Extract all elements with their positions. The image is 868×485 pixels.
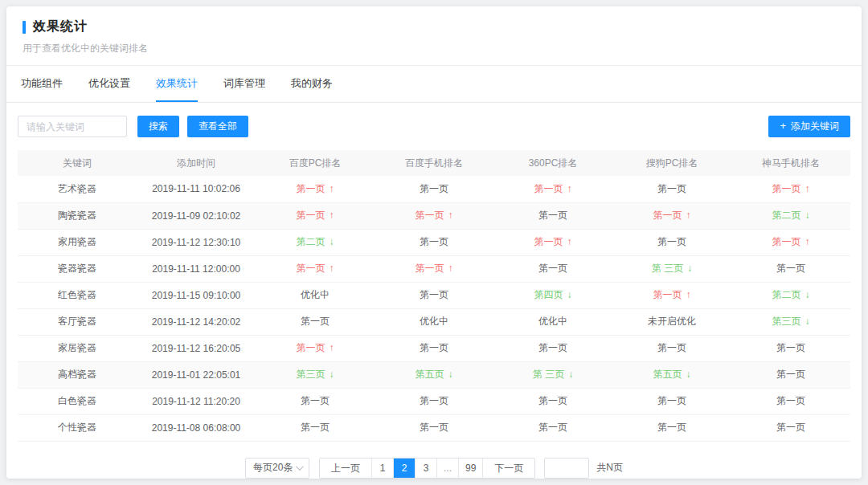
- rank-text: 第一页: [420, 395, 448, 406]
- keyword-cell: 瓷器瓷器: [18, 255, 137, 282]
- page-buttons-group: 上一页123...99下一页: [319, 458, 535, 479]
- rank-cell: 第一页: [612, 414, 731, 441]
- search-button[interactable]: 搜索: [137, 116, 179, 137]
- rank-text: 第一页: [538, 263, 567, 274]
- rank-text: 第 三页: [533, 369, 564, 380]
- table-row: 个性瓷器2019-11-08 06:08:00第一页第一页第一页第一页第一页: [18, 414, 850, 441]
- rank-text: 第一页: [420, 422, 448, 433]
- page-number-button[interactable]: 2: [393, 459, 415, 478]
- rank-cell: 第一页↑: [375, 202, 493, 229]
- rank-text: 第 三页: [652, 263, 683, 274]
- down-arrow-icon: ↓: [805, 316, 810, 327]
- rank-text: 第三页: [297, 369, 326, 380]
- table-row: 白色瓷器2019-11-12 11:20:20第一页第一页第一页第一页第一页: [18, 388, 850, 414]
- page-number-button[interactable]: 1: [371, 459, 393, 478]
- rank-cell: 第一页: [375, 282, 493, 308]
- rank-text: 第一页: [416, 210, 444, 221]
- page-size-select[interactable]: 每页20条: [245, 458, 309, 479]
- table-row: 红色瓷器2019-11-15 09:10:00优化中第一页第四页↓第一页↑第二页…: [18, 282, 850, 308]
- up-arrow-icon: ↑: [805, 183, 810, 194]
- down-arrow-icon: ↓: [568, 369, 573, 380]
- added-time-cell: 2019-11-11 12:00:00: [137, 255, 256, 282]
- tab-效果统计[interactable]: 效果统计: [156, 66, 198, 102]
- rank-cell: 第一页: [731, 255, 850, 282]
- rank-cell: 第 三页↓: [612, 255, 731, 282]
- up-arrow-icon: ↑: [567, 183, 572, 194]
- column-header: 关键词: [18, 150, 137, 176]
- rank-text: 第一页: [534, 183, 563, 194]
- rank-cell: 第一页: [493, 255, 612, 282]
- rank-cell: 优化中: [375, 308, 493, 335]
- table-header-row: 关键词添加时间百度PC排名百度手机排名360PC排名搜狗PC排名神马手机排名: [18, 150, 850, 176]
- table-row: 瓷器瓷器2019-11-11 12:00:00第一页↑第一页↑第一页第 三页↓第…: [18, 255, 850, 282]
- added-time-cell: 2019-11-12 14:20:02: [137, 308, 256, 335]
- column-header: 神马手机排名: [731, 150, 850, 176]
- rank-cell: 第一页: [256, 414, 375, 441]
- down-arrow-icon: ↓: [686, 369, 691, 380]
- rank-text: 第一页: [538, 422, 567, 433]
- rank-text: 第一页: [657, 342, 686, 353]
- rank-cell: 第一页↑: [612, 282, 731, 308]
- column-header: 360PC排名: [493, 150, 612, 176]
- rank-text: 第一页: [776, 369, 805, 380]
- view-all-button[interactable]: 查看全部: [187, 116, 248, 137]
- rank-cell: 第一页: [256, 308, 375, 335]
- column-header: 搜狗PC排名: [612, 150, 731, 176]
- rank-cell: 第一页↑: [731, 229, 850, 255]
- rank-cell: 第二页↓: [731, 202, 850, 229]
- rank-text: 第一页: [657, 236, 686, 247]
- column-header: 添加时间: [137, 150, 256, 176]
- down-arrow-icon: ↓: [330, 369, 334, 380]
- rank-text: 第一页: [420, 236, 448, 247]
- rank-cell: 第一页: [493, 388, 612, 414]
- rank-text: 第三页: [772, 316, 801, 327]
- added-time-cell: 2019-11-11 10:02:06: [137, 176, 256, 202]
- up-arrow-icon: ↑: [686, 210, 691, 221]
- rank-text: 第一页: [420, 289, 448, 300]
- rank-cell: 第一页: [375, 229, 493, 255]
- next-page-button[interactable]: 下一页: [482, 459, 534, 478]
- page-subtitle: 用于查看优化中的关键词排名: [23, 42, 845, 55]
- rank-cell: 第一页: [731, 388, 850, 414]
- up-arrow-icon: ↑: [567, 236, 572, 247]
- table-row: 陶瓷瓷器2019-11-09 02:10:02第一页↑第一页↑第一页第一页↑第二…: [18, 202, 850, 229]
- search-input[interactable]: [18, 116, 127, 137]
- tab-词库管理[interactable]: 词库管理: [223, 66, 265, 102]
- rank-text: 第一页: [297, 210, 326, 221]
- table-row: 家用瓷器2019-11-12 12:30:10第二页↓第一页第一页↑第一页第一页…: [18, 229, 850, 255]
- page-title: 效果统计: [33, 18, 88, 35]
- tab-优化设置[interactable]: 优化设置: [88, 66, 130, 102]
- rank-text: 第五页: [653, 369, 682, 380]
- rank-text: 第五页: [416, 369, 444, 380]
- rank-cell: 第一页: [731, 335, 850, 361]
- rank-text: 第一页: [297, 183, 326, 194]
- rank-text: 第一页: [534, 236, 563, 247]
- page-jump-input[interactable]: [544, 458, 589, 479]
- rank-cell: 第一页: [256, 388, 375, 414]
- added-time-cell: 2019-11-12 16:20:05: [137, 335, 256, 361]
- up-arrow-icon: ↑: [448, 210, 453, 221]
- rank-text: 第一页: [657, 395, 686, 406]
- keyword-cell: 陶瓷瓷器: [18, 202, 137, 229]
- tab-功能组件[interactable]: 功能组件: [21, 66, 63, 102]
- rank-cell: 第一页: [493, 414, 612, 441]
- chevron-down-icon: [296, 463, 304, 471]
- rank-cell: 优化中: [256, 282, 375, 308]
- keyword-cell: 客厅瓷器: [18, 308, 137, 335]
- rank-text: 第一页: [538, 342, 567, 353]
- add-keyword-button[interactable]: +添加关键词: [768, 116, 850, 137]
- keyword-cell: 高档瓷器: [18, 361, 137, 388]
- rank-text: 第一页: [653, 289, 682, 300]
- page-number-button[interactable]: 3: [415, 459, 436, 478]
- prev-page-button[interactable]: 上一页: [320, 459, 371, 478]
- down-arrow-icon: ↓: [805, 289, 810, 300]
- page-number-button[interactable]: 99: [458, 459, 482, 478]
- rank-cell: 第一页: [375, 335, 493, 361]
- rank-text: 未开启优化: [648, 316, 696, 327]
- up-arrow-icon: ↑: [330, 263, 334, 274]
- rank-text: 第一页: [416, 263, 444, 274]
- rank-text: 第二页: [772, 289, 801, 300]
- tab-我的财务[interactable]: 我的财务: [291, 66, 333, 102]
- main-panel: 效果统计 用于查看优化中的关键词排名 功能组件优化设置效果统计词库管理我的财务 …: [6, 6, 862, 479]
- add-keyword-label: 添加关键词: [791, 120, 839, 132]
